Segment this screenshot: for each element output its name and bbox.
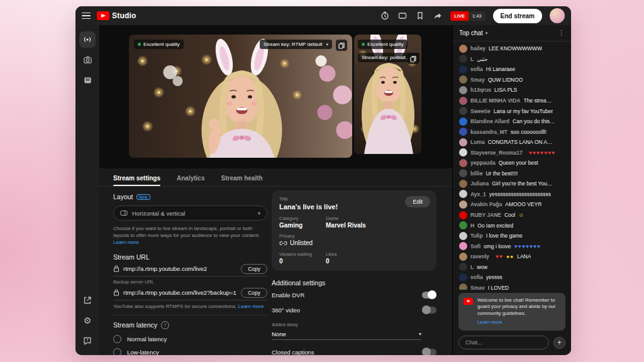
added-delay-select[interactable]: None ▾ [272,329,421,340]
chat-author[interactable]: H [470,222,474,229]
avatar[interactable] [459,190,467,198]
chat-mode-selector[interactable]: Top chat [459,30,483,36]
radio-icon [113,348,121,355]
avatar[interactable] [459,45,467,53]
chat-author[interactable]: Smay [470,77,485,83]
chat-author[interactable]: L [470,56,474,62]
avatar[interactable] [459,65,467,74]
open-external-icon[interactable] [79,292,96,309]
tab[interactable]: Stream health [221,175,263,186]
account-avatar[interactable] [550,8,565,23]
avatar[interactable] [459,180,467,188]
stream-url-value: rtmp://a.rtmp.youtube.com/live2 [123,265,237,272]
avatar[interactable] [459,159,467,167]
learn-more-link[interactable]: Learn more [238,304,264,309]
chat-author[interactable]: BILLIE MINHA VIDA [470,97,521,104]
video-preview-portrait: Excellent quality Stream key: portrait..… [354,35,421,154]
help-icon[interactable]: ? [161,321,169,329]
chat-author[interactable]: RUBY JANE [470,212,501,218]
avatar[interactable] [459,97,467,105]
chat-author[interactable]: Juliana [470,180,489,187]
edit-button[interactable]: Edit [405,196,430,207]
topbar: Studio LIVE 1:43 End stream [75,6,571,25]
rail-item-stream[interactable] [79,31,96,48]
avatar[interactable] [459,107,467,115]
avatar[interactable] [459,232,467,240]
copy-stream-key-button[interactable] [336,40,347,51]
bookmark-icon[interactable] [415,11,425,21]
copy-stream-url-button[interactable]: Copy [241,264,267,274]
tab[interactable]: Analytics [177,175,204,186]
chat-author[interactable]: yeppauda [470,160,496,166]
avatar[interactable] [459,253,467,261]
avatar[interactable] [459,118,467,126]
chat-input[interactable] [458,336,549,349]
chat-author[interactable]: ravenly [470,253,489,260]
toggle-switch[interactable] [422,349,436,356]
brand-text: Studio [112,11,136,20]
avatar[interactable] [459,169,467,177]
chat-author[interactable]: Sofi [470,243,480,250]
chat-text: Cool [504,212,515,218]
kebab-menu-icon[interactable]: ⋮ [558,30,565,36]
chat-author[interactable]: Avakin Paĝa [470,201,502,207]
avatar[interactable] [459,221,467,229]
chat-author[interactable]: kassandra_MT [470,129,508,135]
chat-author[interactable]: sofia [470,66,483,72]
feedback-icon[interactable] [79,332,96,349]
display-icon[interactable] [397,11,408,21]
avatar[interactable] [459,200,467,209]
avatar[interactable] [459,273,467,282]
youtube-studio-logo[interactable]: Studio [97,11,136,20]
avatar[interactable] [459,75,467,84]
chat-author[interactable]: Tulip [470,233,483,239]
chat-author[interactable]: Ayx_1 [470,191,486,197]
quality-dot-icon [138,43,141,46]
learn-more-link[interactable]: Learn more [477,319,502,326]
chat-author[interactable]: billie [470,170,482,177]
gear-icon[interactable]: ⚙ [79,312,96,329]
avatar[interactable] [459,263,467,271]
chat-author[interactable]: L [470,264,474,270]
chat-author[interactable]: Sweetie [470,108,491,114]
layout-dropdown[interactable]: Horizontal & vertical ▾ [113,206,267,221]
share-icon[interactable] [433,11,443,21]
latency-radio-option[interactable]: Low-latency [113,348,267,355]
end-stream-button[interactable]: End stream [493,9,542,23]
learn-more-link[interactable]: Learn more [113,239,139,245]
clock-icon[interactable] [380,11,390,21]
chat-author[interactable]: sofia [470,274,483,280]
toggle-switch[interactable] [422,292,436,299]
chat-author[interactable]: Stayverse_Rosma17 [470,150,523,156]
chat-author[interactable]: h13qrus [470,87,491,93]
tab[interactable]: Stream settings [113,175,160,186]
copy-stream-key-button[interactable] [408,53,419,64]
avatar[interactable] [459,138,467,146]
avatar[interactable] [459,128,467,136]
chat-header: Top chat ▾ ⋮ [453,25,571,41]
rail-item-manage[interactable] [79,72,96,88]
chat-message-list[interactable]: hailey LEE KNOWWWWWW L حبَني [453,41,571,290]
chat-author[interactable]: Smay [470,285,485,290]
chat-author[interactable]: Blandine Allard [470,118,509,124]
avatar[interactable] [459,148,467,156]
chevron-down-icon: ▾ [326,42,328,47]
plus-icon[interactable]: + [553,337,565,349]
stream-key-selector[interactable]: Stream key: RTMP default▾ [260,40,332,49]
privacy-value: Unlisted [290,239,313,246]
chat-author[interactable]: Luma [470,139,485,145]
toggle-switch[interactable] [422,307,436,314]
menu-icon[interactable] [82,13,91,19]
avatar[interactable] [459,55,467,63]
rail-item-webcam[interactable] [79,52,96,68]
avatar[interactable] [459,242,467,250]
chat-text: QUW LIDNOO [488,77,523,83]
avatar[interactable] [459,283,467,290]
stream-url-row: rtmp://a.rtmp.youtube.com/live2 Copy [113,262,267,277]
copy-backup-url-button[interactable]: Copy [241,288,267,298]
avatar[interactable] [459,211,467,219]
rtmps-note: YouTube also supports RTMPS for secure c… [113,304,267,309]
chat-author[interactable]: hailey [470,45,486,52]
avatar[interactable] [459,86,467,94]
latency-radio-option[interactable]: Normal latency [113,335,267,343]
